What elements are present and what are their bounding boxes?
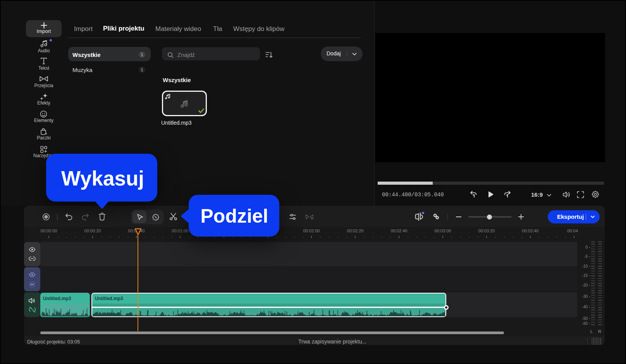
svg-text:00:03:40: 00:03:40	[522, 228, 539, 233]
svg-text:00:00:00: 00:00:00	[41, 228, 57, 233]
svg-text:00:02:20: 00:02:20	[347, 228, 364, 233]
svg-text:00:02:00: 00:02:00	[303, 228, 320, 233]
svg-text:Podziel: Podziel	[200, 205, 268, 227]
svg-text:00:03:20: 00:03:20	[478, 228, 495, 233]
svg-text:00:03:00: 00:03:00	[435, 228, 451, 233]
svg-text:00:00:20: 00:00:20	[84, 228, 101, 233]
svg-text:Wykasuj: Wykasuj	[61, 167, 144, 190]
svg-text:00:04: 00:04	[567, 228, 578, 233]
svg-text:00:02:40: 00:02:40	[391, 228, 408, 233]
